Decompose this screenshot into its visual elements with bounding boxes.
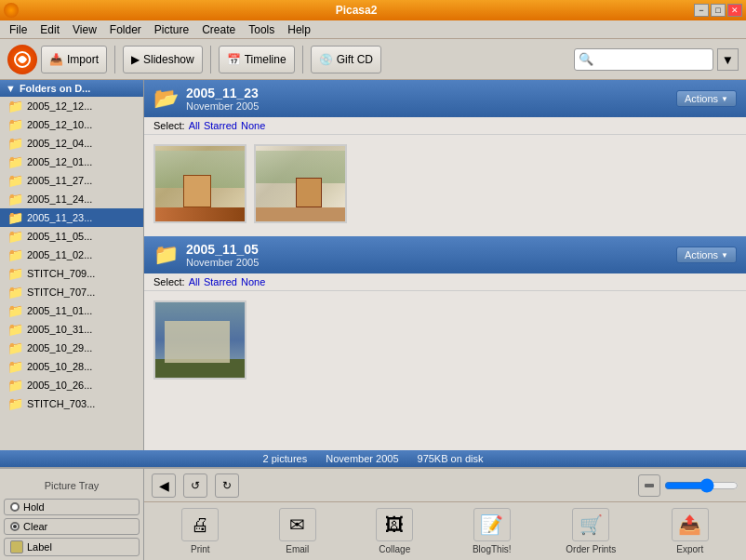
sidebar-title: Folders on D... [20,83,90,94]
bottom-panel: Picture Tray Hold Clear Label ◀ ↺ ↻ [0,467,746,560]
orderprints-icon: 🛒 [579,513,603,536]
sidebar-item-7[interactable]: 📁2005_11_05... [0,227,143,246]
sidebar-item-2[interactable]: 📁2005_12_04... [0,134,143,153]
sidebar-item-6[interactable]: 📁2005_11_23... [0,208,143,227]
separator-1 [114,46,115,73]
sidebar-item-8[interactable]: 📁2005_11_02... [0,246,143,264]
folder-icon: 📁 [7,99,23,113]
sidebar-dropdown-icon: ▼ [6,83,16,94]
sidebar-item-9[interactable]: 📁STITCH_709... [0,264,143,283]
select-none-2[interactable]: None [241,276,265,287]
print-tool[interactable]: 🖨 Print [177,508,223,554]
folder-icon: 📁 [7,266,23,281]
photo-thumb-3[interactable] [153,300,246,380]
search-options-button[interactable]: ▼ [717,48,739,71]
menu-tools[interactable]: Tools [243,21,280,38]
action-panel: ◀ ↺ ↻ 🖨 Print ✉ Email [144,469,746,560]
menu-edit[interactable]: Edit [34,21,65,38]
sidebar-item-1[interactable]: 📁2005_12_10... [0,115,143,134]
album-header-1: 📂 2005_11_23 November 2005 Actions ▼ [144,80,746,117]
select-all-1[interactable]: All [189,120,200,131]
export-label: Export [676,544,703,554]
export-tool[interactable]: 📤 Export [667,508,713,554]
search-icon: 🔍 [579,52,593,66]
slider-area [638,474,739,497]
maximize-button[interactable]: □ [711,4,726,17]
folder-icon: 📁 [7,247,23,262]
rotate-cw-button[interactable]: ↻ [215,473,239,498]
label-icon [10,540,23,553]
slideshow-button[interactable]: ▶ Slideshow [123,46,203,73]
sidebar-item-13[interactable]: 📁2005_10_29... [0,339,143,357]
menu-create[interactable]: Create [196,21,241,38]
zoom-icon [638,474,660,497]
prev-button[interactable]: ◀ [152,473,176,498]
select-starred-1[interactable]: Starred [204,120,237,131]
minimize-button[interactable]: − [694,4,709,17]
sidebar-item-16[interactable]: 📁STITCH_703... [0,394,143,413]
action-top-bar: ◀ ↺ ↻ [144,469,746,502]
menu-help[interactable]: Help [282,21,316,38]
sidebar-item-14[interactable]: 📁2005_10_28... [0,357,143,376]
hold-button[interactable]: Hold [4,499,140,515]
close-button[interactable]: ✕ [727,4,742,17]
sidebar-header: ▼ Folders on D... [0,80,143,97]
album-section-2: 📁 2005_11_05 November 2005 Actions ▼ Sel… [144,236,746,389]
sidebar-item-15[interactable]: 📁2005_10_26... [0,376,143,394]
blogthis-tool[interactable]: 📝 BlogThis! [469,508,515,554]
photo-thumb-1[interactable] [153,144,246,223]
select-all-2[interactable]: All [189,276,200,287]
timeline-button[interactable]: 📅 Timeline [219,46,295,73]
select-label-1: Select: [153,120,185,131]
label-button[interactable]: Label [4,538,140,556]
select-bar-1: Select: All Starred None [144,117,746,135]
zoom-slider[interactable] [664,478,739,493]
album-folder-icon-1: 📂 [153,87,179,111]
sidebar-item-4[interactable]: 📁2005_11_27... [0,171,143,190]
window-title: Picasa2 [19,4,694,17]
folder-icon: 📁 [7,117,23,132]
album-folder-icon-2: 📁 [153,243,179,267]
search-input[interactable] [593,53,705,66]
album-header-2: 📁 2005_11_05 November 2005 Actions ▼ [144,236,746,273]
select-starred-2[interactable]: Starred [204,276,237,287]
sidebar-item-5[interactable]: 📁2005_11_24... [0,190,143,208]
album-actions-button-1[interactable]: Actions ▼ [676,90,737,107]
folder-icon: 📁 [7,378,23,393]
album-actions-button-2[interactable]: Actions ▼ [676,247,737,263]
sidebar-list[interactable]: 📁2005_12_12... 📁2005_12_10... 📁2005_12_0… [0,97,143,450]
print-label: Print [191,544,210,554]
album-section-1: 📂 2005_11_23 November 2005 Actions ▼ Sel… [144,80,746,233]
menu-picture[interactable]: Picture [149,21,194,38]
statusbar: 2 pictures November 2005 975KB on disk [0,450,746,467]
collage-tool[interactable]: 🖼 Collage [371,508,418,554]
select-label-2: Select: [153,276,185,287]
folder-icon: 📁 [7,322,23,337]
sidebar-item-3[interactable]: 📁2005_12_01... [0,153,143,171]
select-none-1[interactable]: None [241,120,265,131]
svg-rect-1 [645,484,654,487]
menu-folder[interactable]: Folder [104,21,147,38]
photo-thumb-2[interactable] [254,144,347,223]
print-icon: 🖨 [191,514,209,536]
album-info-1: 2005_11_23 November 2005 [186,86,259,112]
folder-icon: 📁 [7,359,23,374]
import-button[interactable]: 📥 Import [41,46,107,73]
folder-icon: 📁 [7,340,23,355]
folder-icon: 📁 [7,192,23,207]
sidebar-item-12[interactable]: 📁2005_10_31... [0,320,143,339]
rotate-ccw-button[interactable]: ↺ [183,473,207,498]
menu-view[interactable]: View [67,21,102,38]
email-label: Email [286,544,309,554]
menu-file[interactable]: File [4,21,33,38]
giftcd-button[interactable]: 💿 Gift CD [311,46,381,73]
sidebar-item-10[interactable]: 📁STITCH_707... [0,283,143,301]
email-tool[interactable]: ✉ Email [274,508,321,554]
content-area[interactable]: 📂 2005_11_23 November 2005 Actions ▼ Sel… [144,80,746,450]
sidebar-item-0[interactable]: 📁2005_12_12... [0,97,143,115]
folder-icon: 📁 [7,285,23,300]
orderprints-tool[interactable]: 🛒 Order Prints [566,508,616,554]
collage-icon-wrap: 🖼 [376,508,413,541]
sidebar-item-11[interactable]: 📁2005_11_01... [0,301,143,320]
clear-button[interactable]: Clear [4,518,140,535]
